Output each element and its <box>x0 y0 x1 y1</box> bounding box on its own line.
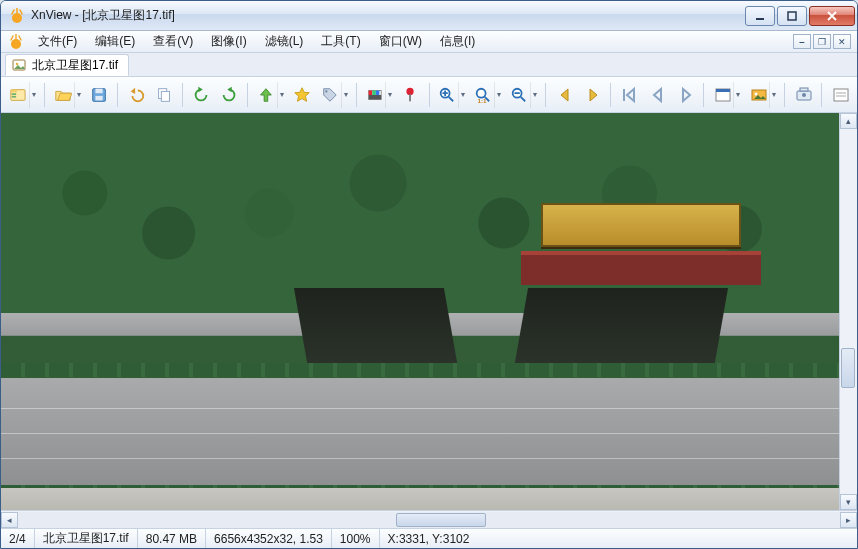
svg-rect-9 <box>12 95 16 97</box>
image-canvas[interactable] <box>1 113 839 510</box>
prev-file-button[interactable] <box>644 81 670 109</box>
svg-rect-35 <box>834 89 848 101</box>
status-filesize: 80.47 MB <box>138 529 206 548</box>
copy-button[interactable] <box>151 81 177 109</box>
close-button[interactable] <box>809 6 855 26</box>
svg-rect-29 <box>716 89 730 92</box>
svg-rect-20 <box>368 95 381 99</box>
mdi-close-button[interactable]: ✕ <box>833 34 851 49</box>
status-coords: X:3331, Y:3102 <box>380 529 478 548</box>
rotate-right-button[interactable] <box>216 81 242 109</box>
menu-edit[interactable]: 编辑(E) <box>86 31 144 52</box>
svg-point-0 <box>12 13 22 23</box>
browse-button[interactable]: ▾ <box>5 81 39 109</box>
title-bar[interactable]: XnView - [北京卫星图17.tif] <box>1 1 857 31</box>
status-dims: 6656x4352x32, 1.53 <box>206 529 332 548</box>
svg-point-5 <box>16 63 19 66</box>
menu-image[interactable]: 图像(I) <box>202 31 255 52</box>
scroll-up-button[interactable]: ▴ <box>840 113 857 129</box>
scroll-left-button[interactable]: ◂ <box>1 512 18 528</box>
acquire-button[interactable] <box>790 81 816 109</box>
tab-current[interactable]: 北京卫星图17.tif <box>5 54 129 76</box>
chevron-down-icon[interactable]: ▾ <box>74 82 83 108</box>
toolbar: ▾ ▾ ▾ ▾ ▾ ▾ 1:1▾ ▾ ▾ ▾ <box>1 77 857 113</box>
menu-info[interactable]: 信息(I) <box>431 31 484 52</box>
slideshow-button[interactable]: ▾ <box>745 81 779 109</box>
next-button[interactable] <box>579 81 605 109</box>
window-controls <box>743 6 855 26</box>
maximize-button[interactable] <box>777 6 807 26</box>
menu-window[interactable]: 窗口(W) <box>370 31 431 52</box>
svg-rect-11 <box>95 88 102 93</box>
svg-point-15 <box>325 90 327 92</box>
scroll-right-button[interactable]: ▸ <box>840 512 857 528</box>
chevron-down-icon[interactable]: ▾ <box>458 82 467 108</box>
svg-rect-1 <box>756 18 764 20</box>
svg-rect-27 <box>623 89 625 101</box>
chevron-down-icon[interactable]: ▾ <box>277 82 286 108</box>
status-zoom: 100% <box>332 529 380 548</box>
status-bar: 2/4 北京卫星图17.tif 80.47 MB 6656x4352x32, 1… <box>1 528 857 548</box>
svg-rect-18 <box>372 90 376 94</box>
first-page-button[interactable] <box>616 81 642 109</box>
menu-tools[interactable]: 工具(T) <box>312 31 369 52</box>
image-file-icon <box>12 58 26 72</box>
chevron-down-icon[interactable]: ▾ <box>29 82 38 108</box>
chevron-down-icon[interactable]: ▾ <box>494 82 503 108</box>
horizontal-scroll-thumb[interactable] <box>396 513 486 527</box>
next-file-button[interactable] <box>672 81 698 109</box>
svg-point-34 <box>802 93 806 97</box>
chevron-down-icon[interactable]: ▾ <box>769 82 778 108</box>
svg-rect-19 <box>375 90 379 94</box>
pin-button[interactable] <box>397 81 423 109</box>
svg-rect-14 <box>161 91 169 101</box>
app-window: XnView - [北京卫星图17.tif] 文件(F) 编辑(E) 查看(V)… <box>0 0 858 549</box>
chevron-down-icon[interactable]: ▾ <box>733 82 742 108</box>
vertical-scrollbar[interactable]: ▴ ▾ <box>839 113 857 510</box>
mdi-restore-button[interactable]: ❐ <box>813 34 831 49</box>
window-title: XnView - [北京卫星图17.tif] <box>31 7 175 24</box>
zoom-in-button[interactable]: ▾ <box>434 81 468 109</box>
fit-button[interactable]: ▾ <box>709 81 743 109</box>
scroll-down-button[interactable]: ▾ <box>840 494 857 510</box>
svg-point-3 <box>11 39 21 49</box>
save-button[interactable] <box>86 81 112 109</box>
undo-button[interactable] <box>123 81 149 109</box>
menu-filter[interactable]: 滤镜(L) <box>256 31 313 52</box>
prev-button[interactable] <box>551 81 577 109</box>
vertical-scroll-thumb[interactable] <box>841 348 855 388</box>
rotate-left-button[interactable] <box>188 81 214 109</box>
open-button[interactable]: ▾ <box>50 81 84 109</box>
svg-rect-2 <box>788 12 796 20</box>
status-filename: 北京卫星图17.tif <box>35 529 138 548</box>
svg-rect-33 <box>800 88 808 91</box>
minimize-button[interactable] <box>745 6 775 26</box>
mdi-controls: ‒ ❐ ✕ <box>793 34 851 49</box>
svg-rect-22 <box>410 94 412 101</box>
horizontal-scrollbar[interactable]: ◂ ▸ <box>1 510 857 528</box>
svg-rect-7 <box>11 89 17 92</box>
menu-bar: 文件(F) 编辑(E) 查看(V) 图像(I) 滤镜(L) 工具(T) 窗口(W… <box>1 31 857 53</box>
menu-view[interactable]: 查看(V) <box>144 31 202 52</box>
menu-file[interactable]: 文件(F) <box>29 31 86 52</box>
chevron-down-icon[interactable]: ▾ <box>341 82 350 108</box>
favorite-button[interactable] <box>289 81 315 109</box>
mdi-minimize-button[interactable]: ‒ <box>793 34 811 49</box>
app-menu-icon <box>7 33 25 51</box>
status-index: 2/4 <box>1 529 35 548</box>
palette-button[interactable]: ▾ <box>362 81 396 109</box>
options-button[interactable] <box>827 81 853 109</box>
svg-rect-12 <box>95 95 102 100</box>
chevron-down-icon[interactable]: ▾ <box>530 82 539 108</box>
svg-rect-8 <box>12 93 16 95</box>
zoom-actual-button[interactable]: 1:1▾ <box>470 81 504 109</box>
tag-button[interactable]: ▾ <box>317 81 351 109</box>
svg-text:1:1: 1:1 <box>478 97 488 104</box>
document-tabs: 北京卫星图17.tif <box>1 53 857 77</box>
zoom-out-button[interactable]: ▾ <box>506 81 540 109</box>
svg-rect-17 <box>368 90 372 94</box>
up-button[interactable]: ▾ <box>253 81 287 109</box>
svg-point-31 <box>755 92 758 95</box>
chevron-down-icon[interactable]: ▾ <box>385 82 394 108</box>
satellite-image <box>1 113 839 510</box>
